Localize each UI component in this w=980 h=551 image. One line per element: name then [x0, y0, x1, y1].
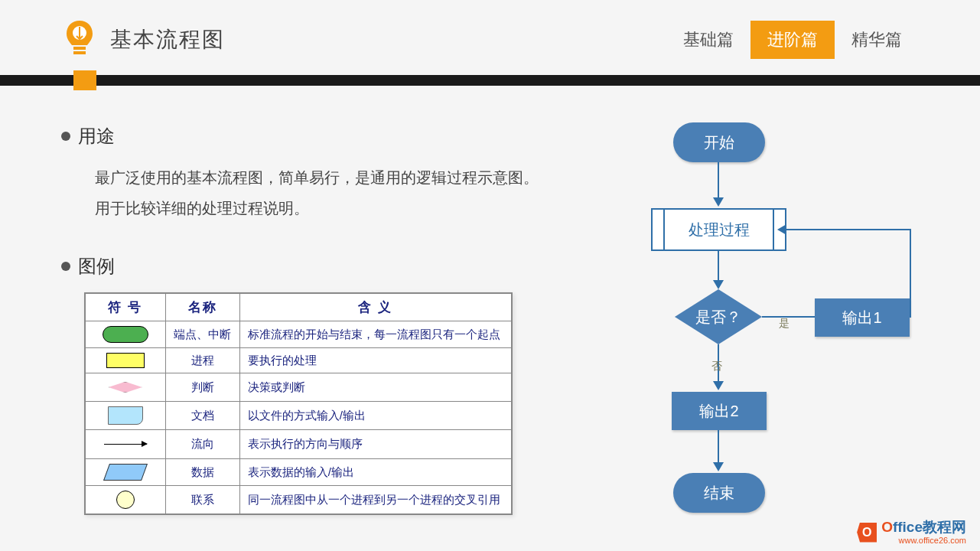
title-group: 基本流程图: [61, 18, 225, 61]
table-row: 数据 表示数据的输入/输出: [85, 459, 512, 486]
lightbulb-icon: [61, 18, 98, 61]
left-column: 用途 最广泛使用的基本流程图，简单易行，是通用的逻辑过程示意图。 用于比较详细的…: [61, 124, 551, 515]
flow-arrow: [718, 162, 719, 199]
name-cell: 端点、中断: [165, 321, 239, 348]
table-header-row: 符 号 名称 含 义: [85, 293, 512, 321]
tab-essence[interactable]: 精华篇: [835, 21, 919, 59]
svg-rect-1: [73, 47, 86, 50]
usage-description: 最广泛使用的基本流程图，简单易行，是通用的逻辑过程示意图。 用于比较详细的处理过…: [95, 162, 551, 223]
usage-line1: 最广泛使用的基本流程图，简单易行，是通用的逻辑过程示意图。: [95, 162, 551, 193]
tab-basic[interactable]: 基础篇: [666, 21, 750, 59]
legend-heading: 图例: [61, 254, 551, 279]
tabs: 基础篇 进阶篇 精华篇: [666, 21, 919, 59]
watermark-text: Office教程网 www.office26.com: [881, 520, 966, 545]
name-cell: 进程: [165, 348, 239, 373]
name-cell: 流向: [165, 430, 239, 459]
meaning-cell: 表示数据的输入/输出: [239, 459, 512, 486]
bullet-icon: [61, 262, 70, 271]
arrow-down-icon: [713, 462, 724, 471]
brand-rest: ffice教程网: [893, 519, 966, 535]
flow-decision: 是否？: [675, 289, 762, 344]
meaning-cell: 以文件的方式输入/输出: [239, 402, 512, 430]
watermark-brand: Office教程网: [881, 520, 966, 536]
meaning-cell: 标准流程的开始与结束，每一流程图只有一个起点: [239, 321, 512, 348]
legend-heading-text: 图例: [78, 254, 115, 279]
name-cell: 文档: [165, 402, 239, 430]
flow-output1: 输出1: [815, 298, 910, 337]
name-cell: 判断: [165, 373, 239, 402]
name-cell: 联系: [165, 486, 239, 515]
usage-heading: 用途: [61, 124, 551, 148]
symbol-terminal: [85, 321, 165, 348]
flow-arrow: [910, 230, 911, 318]
usage-heading-text: 用途: [78, 124, 115, 148]
arrow-down-icon: [713, 197, 724, 207]
name-cell: 数据: [165, 459, 239, 486]
header: 基本流程图 基础篇 进阶篇 精华篇: [0, 0, 980, 75]
watermark-icon: O: [857, 523, 877, 543]
symbol-connector: [85, 486, 165, 515]
usage-line2: 用于比较详细的处理过程说明。: [95, 193, 551, 223]
table-row: 判断 决策或判断: [85, 373, 512, 402]
symbol-decision: [85, 373, 165, 402]
meaning-cell: 同一流程图中从一个进程到另一个进程的交叉引用: [239, 486, 512, 515]
col-meaning: 含 义: [239, 293, 512, 321]
col-symbol: 符 号: [85, 293, 165, 321]
arrow-down-icon: [713, 381, 724, 390]
table-row: 流向 表示执行的方向与顺序: [85, 430, 512, 459]
arrow-down-icon: [713, 280, 724, 289]
legend-table: 符 号 名称 含 义 端点、中断 标准流程的开始与结束，每一流程图只有一个起点 …: [84, 292, 513, 515]
table-row: 端点、中断 标准流程的开始与结束，每一流程图只有一个起点: [85, 321, 512, 348]
tab-advanced[interactable]: 进阶篇: [750, 21, 835, 59]
label-no: 否: [711, 360, 722, 373]
page-title: 基本流程图: [110, 25, 225, 54]
flow-start: 开始: [673, 122, 765, 162]
flow-process: 处理过程: [662, 208, 776, 251]
divider-bar: [0, 75, 980, 86]
flowchart: 开始 处理过程 是否？ 是 输出1 否 输出2 结束: [643, 115, 933, 528]
svg-rect-2: [73, 51, 86, 54]
symbol-data: [85, 459, 165, 486]
flow-arrow: [718, 251, 719, 282]
table-row: 文档 以文件的方式输入/输出: [85, 402, 512, 430]
flow-arrow: [718, 430, 719, 464]
meaning-cell: 要执行的处理: [239, 348, 512, 373]
watermark: O Office教程网 www.office26.com: [857, 520, 966, 545]
symbol-document: [85, 402, 165, 430]
brand-first-letter: O: [881, 519, 893, 535]
flow-end: 结束: [673, 473, 765, 513]
flow-arrow: [786, 229, 911, 230]
meaning-cell: 表示执行的方向与顺序: [239, 430, 512, 459]
watermark-url: www.office26.com: [881, 536, 966, 545]
bullet-icon: [61, 132, 70, 141]
label-yes: 是: [779, 317, 790, 331]
table-row: 进程 要执行的处理: [85, 348, 512, 373]
table-row: 联系 同一流程图中从一个进程到另一个进程的交叉引用: [85, 486, 512, 515]
marker-icon: [73, 70, 96, 90]
symbol-arrow: [85, 430, 165, 459]
col-name: 名称: [165, 293, 239, 321]
meaning-cell: 决策或判断: [239, 373, 512, 402]
arrow-left-icon: [777, 224, 786, 235]
flow-output2: 输出2: [672, 392, 767, 430]
symbol-process: [85, 348, 165, 373]
